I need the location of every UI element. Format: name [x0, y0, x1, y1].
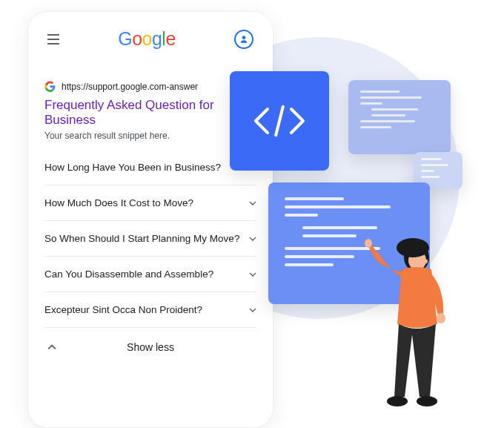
chevron-down-icon — [249, 235, 256, 243]
faq-item[interactable]: Can You Disassemble and Assemble? — [44, 257, 256, 292]
faq-question: Can You Disassemble and Assemble? — [44, 269, 213, 280]
svg-line-1 — [276, 107, 283, 135]
code-brackets-icon — [250, 99, 309, 143]
code-panel-small — [348, 80, 451, 154]
faq-item[interactable]: Excepteur Sint Occa Non Proident? — [44, 292, 256, 328]
faq-item[interactable]: So When Should I Start Planning My Move? — [44, 221, 256, 257]
result-snippet: Your search result snippet here. — [44, 131, 256, 141]
code-brackets-panel — [230, 71, 329, 171]
faq-item[interactable]: How Much Does It Cost to Move? — [44, 185, 256, 221]
result-url: https://support.google.com-answer — [62, 82, 198, 92]
hamburger-icon[interactable] — [47, 34, 59, 45]
faq-question: How Much Does It Cost to Move? — [44, 197, 193, 208]
svg-point-4 — [397, 238, 429, 257]
svg-point-8 — [417, 396, 437, 406]
result-url-row: https://support.google.com-answer — [44, 81, 256, 92]
svg-point-7 — [387, 396, 408, 406]
chevron-down-icon — [249, 271, 256, 278]
show-less-button[interactable]: Show less — [44, 328, 256, 360]
faq-question: How Long Have You Been in Business? — [44, 162, 221, 173]
google-logo: Google — [118, 28, 176, 50]
svg-point-0 — [242, 36, 246, 39]
person-illustration — [365, 238, 468, 409]
chevron-down-icon — [249, 306, 256, 314]
result-title[interactable]: Frequently Asked Question for Business — [44, 98, 256, 128]
faq-question: So When Should I Start Planning My Move? — [44, 233, 239, 244]
faq-item[interactable]: How Long Have You Been in Business? — [44, 150, 256, 185]
phone-header: Google — [28, 28, 273, 63]
profile-icon[interactable] — [234, 30, 253, 49]
chevron-down-icon — [249, 200, 256, 207]
svg-point-6 — [437, 313, 445, 323]
google-favicon-icon — [44, 81, 56, 92]
show-less-label: Show less — [44, 341, 256, 353]
chevron-up-icon — [47, 343, 56, 352]
svg-point-5 — [365, 239, 372, 248]
faq-question: Excepteur Sint Occa Non Proident? — [44, 304, 202, 315]
